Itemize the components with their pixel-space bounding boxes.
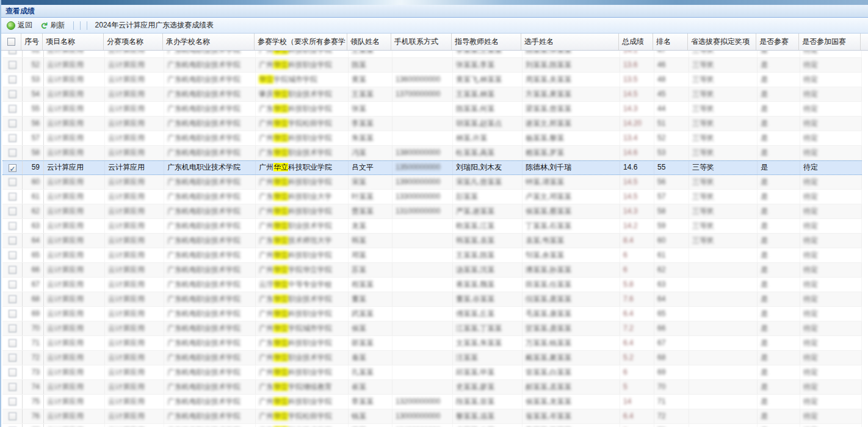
table-row[interactable]: 54云计算应用云计算应用广东机电职业技术学院肇庆华立职业技术学院王某某13700… <box>2 87 862 102</box>
cell-text: 46 <box>657 60 665 69</box>
column-header-serial[interactable]: 序号 <box>21 34 43 50</box>
table-row[interactable]: 75云计算应用云计算应用广东机电职业技术学院广州华立科技职业学院章某某13200… <box>2 395 862 409</box>
row-checkbox[interactable] <box>2 365 23 379</box>
table-row[interactable]: 68云计算应用云计算应用广东机电职业技术学院广东华立职业技术学院董某董某,谷某某… <box>2 292 862 307</box>
table-row[interactable]: 55云计算应用云计算应用广东机电职业技术学院广东华立科技职业学院张某陈某某,何某… <box>2 102 862 117</box>
row-checkbox[interactable] <box>2 73 23 87</box>
row-checkbox[interactable] <box>2 146 23 160</box>
cell-joined: 是 <box>758 146 800 160</box>
grid-body[interactable]: 51云计算应用云计算应用广东机电职业技术学院广州华立科技职业学院王某某李某某,王… <box>2 51 868 427</box>
cell-teachers: 黎某某,温某 <box>453 409 523 423</box>
search-highlight: 华立 <box>273 412 288 420</box>
column-header-players[interactable]: 选手姓名 <box>521 34 619 50</box>
row-checkbox[interactable] <box>2 248 23 262</box>
table-row[interactable]: 76云计算应用云计算应用广东机电职业技术学院广州华立学院松田学院钱某130000… <box>2 409 862 424</box>
row-checkbox[interactable] <box>2 51 23 57</box>
cell-players: 方某某,麦某某 <box>523 87 620 101</box>
refresh-button[interactable]: ↻ 刷新 <box>38 19 69 32</box>
column-header-branch[interactable]: 分赛项名称 <box>104 34 163 50</box>
row-checkbox[interactable] <box>2 204 23 218</box>
column-header-national[interactable]: 是否参加国赛 <box>799 34 861 50</box>
cell-text: 待定 <box>803 251 818 259</box>
row-checkbox[interactable] <box>2 161 23 174</box>
column-header-joined[interactable]: 是否参赛 <box>756 34 799 50</box>
back-button[interactable]: 返回 <box>5 19 36 32</box>
table-row[interactable]: 70云计算应用云计算应用广东机电职业技术学院广州华立学院城市学院侯某江某某,丁某… <box>2 321 862 336</box>
row-checkbox[interactable] <box>2 87 23 101</box>
table-row[interactable]: 77云计算应用云计算应用广东机电职业技术学院广东华立职业技术学院廖某134000… <box>2 424 862 427</box>
column-header-rank[interactable]: 排名 <box>653 34 688 50</box>
table-row[interactable]: 74云计算应用云计算应用广东机电职业技术学院广东华立学院继续教育崔某史某某,廖某… <box>2 380 862 395</box>
row-checkbox[interactable] <box>2 380 23 394</box>
column-header-phone[interactable]: 手机联系方式 <box>391 34 452 50</box>
cell-teachers: 严某,谢某某 <box>453 204 523 218</box>
table-row[interactable]: 58云计算应用云计算应用广东机电职业技术学院广东华立职业技术学院冯某138000… <box>2 146 862 160</box>
row-checkbox[interactable] <box>2 58 23 72</box>
table-row[interactable]: 72云计算应用云计算应用广东机电职业技术学院广州华立职业技术学院秦某汪某某戴某某… <box>2 351 862 365</box>
row-checkbox[interactable] <box>2 292 23 306</box>
cell-text: 广东机电职业技术学院 <box>167 207 241 215</box>
row-checkbox[interactable] <box>2 278 23 292</box>
row-checkbox[interactable] <box>2 263 23 277</box>
search-highlight: 华立 <box>273 119 288 127</box>
table-row[interactable]: 67云计算应用云计算应用广东机电职业技术学院云浮华立中等专业学校程某某蒋某某,魏… <box>2 278 862 292</box>
table-row[interactable]: 66云计算应用云计算应用广东机电职业技术学院广州华立学院华立学院苏某汤某某,沈某… <box>2 263 862 278</box>
table-row[interactable]: 60云计算应用云计算应用广东机电职业技术学院广州华立科技职业学院宋某139000… <box>2 175 862 190</box>
table-row-selected[interactable]: 59云计算应用云计算应用广东机电职业技术学院广州华立科技职业学院吕文平13500… <box>2 160 862 175</box>
cell-text: 胡某某,赵某点 <box>456 119 502 127</box>
row-checkbox[interactable] <box>2 234 23 248</box>
table-row[interactable]: 51云计算应用云计算应用广东机电职业技术学院广州华立科技职业学院王某某李某某,王… <box>2 51 862 58</box>
cell-national: 待定 <box>800 321 862 336</box>
column-header-award[interactable]: 省选拔赛拟定奖项 <box>688 34 756 50</box>
column-header-host[interactable]: 承办学校名称 <box>163 34 255 50</box>
row-checkbox[interactable] <box>2 131 23 145</box>
cell-branch: 云计算应用 <box>105 365 164 379</box>
cell-national: 待定 <box>800 219 862 233</box>
column-header-score[interactable]: 总成绩 <box>619 34 653 50</box>
column-header-teachers[interactable]: 指导教师姓名 <box>452 34 521 50</box>
cell-text: 云计算应用 <box>47 368 84 376</box>
cell-text: 卢某文,邓某某 <box>526 192 571 201</box>
row-checkbox[interactable] <box>2 307 23 321</box>
cell-text: 汪某某 <box>456 353 478 362</box>
select-all-checkbox[interactable] <box>1 34 21 50</box>
table-row[interactable]: 61云计算应用云计算应用广东机电职业技术学院广东华立科技职业大学叶某某13300… <box>2 190 862 204</box>
row-checkbox[interactable] <box>2 409 23 423</box>
toolbar-separator <box>87 21 87 30</box>
cell-project: 云计算应用 <box>44 365 105 379</box>
table-row[interactable]: 64云计算应用云计算应用广东机电职业技术学院广东华立技术师范大学韩某韩某某,袁某… <box>2 234 862 248</box>
table-row[interactable]: 69云计算应用云计算应用广东机电职业技术学院广州华立科技职业学院武某某傅某某,丘… <box>2 307 862 321</box>
table-row[interactable]: 62云计算应用云计算应用广东机电职业技术学院广州华立科技职业学院曹某某13100… <box>2 204 862 219</box>
column-header-school[interactable]: 参赛学校（要求所有参赛学 <box>255 34 347 50</box>
column-header-project[interactable]: 项目名称 <box>43 34 104 50</box>
column-header-leader[interactable]: 领队姓名 <box>347 34 391 50</box>
cell-players: 侯某某,龙某某 <box>523 395 620 409</box>
cell-teachers: 傅某某,丘某 <box>453 307 523 321</box>
table-row[interactable]: 52云计算应用云计算应用广东机电职业技术学院广州华立科技职业学院陈某张某某,李某… <box>2 58 862 73</box>
table-row[interactable]: 65云计算应用云计算应用广东机电职业技术学院广州华立科技职业学院邓某王某某,陈某… <box>2 248 862 263</box>
row-checkbox[interactable] <box>2 321 23 336</box>
row-checkbox[interactable] <box>2 117 23 131</box>
table-row[interactable]: 57云计算应用云计算应用广东机电职业技术学院广州华立科技职业学院朱某某林某,许某… <box>2 131 862 146</box>
row-checkbox[interactable] <box>2 395 23 409</box>
row-checkbox[interactable] <box>2 219 23 233</box>
row-checkbox[interactable] <box>2 175 23 189</box>
table-row[interactable]: 73云计算应用云计算应用广东机电职业技术学院广州华立科技职业学院孔某某邱某某,毕… <box>2 365 862 380</box>
cell-text: 汤某某,沈某 <box>456 265 494 274</box>
table-row[interactable]: 63云计算应用云计算应用广东机电职业技术学院广州华立职业技术学院龙某欧某某,江某… <box>2 219 862 234</box>
table-row[interactable]: 56云计算应用云计算应用广东机电职业技术学院广州华立学院松田学院李某某胡某某,赵… <box>2 117 862 131</box>
row-checkbox[interactable] <box>2 336 23 350</box>
row-checkbox[interactable] <box>2 351 23 365</box>
cell-serial: 55 <box>23 102 44 116</box>
cell-text: 13600000000 <box>396 75 440 84</box>
cell-text: 章某某 <box>352 397 374 406</box>
row-checkbox[interactable] <box>2 190 23 204</box>
table-row[interactable]: 53云计算应用云计算应用广东机电职业技术学院华立学院城市学院黄某13600000… <box>2 73 862 87</box>
cell-school: 广东华立科技职业大学 <box>256 190 349 204</box>
table-row[interactable]: 71云计算应用云计算应用广东机电职业技术学院广东华立科技职业学院邵某某文某某,朱… <box>2 336 862 351</box>
cell-text: 龙某 <box>352 221 366 230</box>
row-checkbox[interactable] <box>2 424 23 427</box>
cell-text: 三等奖 <box>692 148 714 157</box>
row-checkbox[interactable] <box>2 102 23 116</box>
cell-players: 赖某某,罗某 <box>523 146 620 160</box>
